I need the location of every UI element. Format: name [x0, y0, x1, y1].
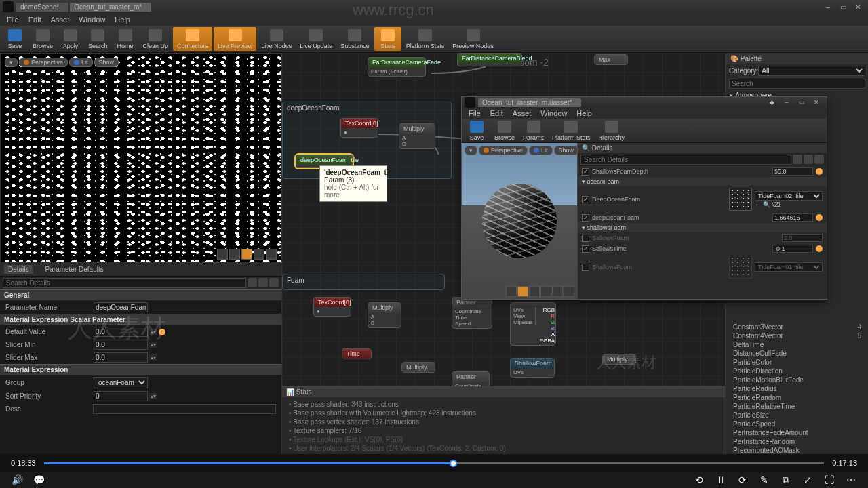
close-icon[interactable]: ✕: [850, 3, 865, 11]
fullscreen-icon[interactable]: ⛶: [823, 474, 835, 486]
apply-button[interactable]: Apply: [57, 26, 84, 52]
stats-title[interactable]: 📊 Stats: [282, 387, 725, 397]
platformstats-button[interactable]: Platform Stats: [402, 26, 449, 52]
params-button[interactable]: Params: [519, 119, 548, 142]
texture-dropdown[interactable]: TideFoam01_tile: [755, 262, 823, 272]
node-multiply[interactable]: MultiplyAB: [399, 123, 435, 149]
shape-sphere-icon[interactable]: [229, 249, 240, 260]
checkbox[interactable]: [582, 245, 589, 253]
tab-ocean-instance[interactable]: Ocean_tut_master_m.uasset*: [478, 98, 581, 107]
palette-item[interactable]: ParticleDirection: [730, 367, 864, 375]
menu-file[interactable]: File: [465, 108, 485, 118]
paramname-input[interactable]: [94, 302, 148, 312]
menu-file[interactable]: File: [3, 15, 23, 24]
spinner-icon[interactable]: ▴▾: [149, 329, 157, 335]
spinner-icon[interactable]: ▴▾: [149, 393, 157, 399]
texture-dropdown[interactable]: TideFoam02_tile: [755, 191, 823, 201]
group-shallowsfoam[interactable]: ▾ shallowsFoam: [578, 223, 827, 232]
palette-item[interactable]: Constant4Vector5: [730, 331, 864, 340]
slidermin-input[interactable]: [94, 340, 148, 350]
volume-icon[interactable]: 🔊: [11, 474, 23, 486]
menu-edit[interactable]: Edit: [24, 15, 45, 24]
shape-sphere-icon[interactable]: [517, 286, 528, 297]
shape-other-icon[interactable]: [564, 286, 574, 297]
perspective-toggle[interactable]: Perspective: [19, 58, 68, 67]
liveupdate-button[interactable]: Live Update: [296, 26, 336, 52]
home-button[interactable]: Home: [112, 26, 139, 52]
substance-button[interactable]: Substance: [336, 26, 374, 52]
sortpriority-input[interactable]: [94, 391, 148, 401]
node-multiply3[interactable]: Multiply: [401, 362, 435, 373]
menu-help[interactable]: Help: [111, 15, 134, 24]
palette-item[interactable]: ParticleSize: [730, 411, 864, 420]
hierarchy-button[interactable]: Hierarchy: [595, 119, 629, 142]
shape-cube-icon[interactable]: [254, 249, 264, 260]
maximize-icon[interactable]: ▭: [794, 99, 809, 106]
group-matexpr[interactable]: Material Expression: [0, 364, 281, 375]
node-panner[interactable]: PannerCoordinateTimeSpeed: [452, 297, 492, 329]
group-scalar[interactable]: Material Expression Scalar Parameter: [0, 314, 281, 325]
menu-help[interactable]: Help: [572, 108, 596, 118]
param-value-input[interactable]: [772, 245, 813, 253]
palette-item[interactable]: PerInstanceFadeAmount: [730, 428, 864, 437]
spinner-icon[interactable]: ▴▾: [149, 354, 157, 361]
list-icon[interactable]: [804, 155, 813, 164]
pause-icon[interactable]: ⏸: [715, 474, 727, 486]
save-button[interactable]: Save: [1, 26, 28, 52]
maximize-icon[interactable]: ▭: [835, 3, 850, 11]
video-progress-bar[interactable]: 0:18:33 0:17:13: [0, 454, 868, 472]
node-multiply4[interactable]: Multiply: [602, 354, 636, 365]
more-icon[interactable]: ⋯: [845, 474, 857, 486]
palette-title[interactable]: 🎨 Palette: [726, 53, 868, 64]
checkbox[interactable]: [582, 214, 589, 222]
save-button[interactable]: Save: [463, 119, 490, 142]
tab-oceantut[interactable]: Ocean_tut_master_m*: [70, 3, 151, 12]
search-icon[interactable]: [248, 278, 257, 287]
menu-window[interactable]: Window: [75, 15, 109, 24]
menu-window[interactable]: Window: [536, 108, 571, 118]
browse-button[interactable]: Browse: [28, 26, 57, 52]
pip-icon[interactable]: ⧉: [780, 474, 792, 486]
shape-plane-icon[interactable]: [540, 286, 551, 297]
revert-icon[interactable]: [816, 214, 823, 221]
shape-toggle-icon[interactable]: [506, 286, 517, 297]
details-tab[interactable]: Details: [4, 265, 33, 274]
minimize-icon[interactable]: –: [779, 99, 794, 106]
shape-plane-icon[interactable]: [241, 249, 252, 260]
viewport-dropdown[interactable]: ▾: [5, 58, 18, 67]
lit-toggle[interactable]: Lit: [529, 146, 553, 155]
node-max[interactable]: Max: [594, 54, 628, 65]
platformstats-button[interactable]: Platform Stats: [548, 119, 595, 142]
search-button[interactable]: Search: [84, 26, 112, 52]
rewind-icon[interactable]: ⟲: [693, 474, 705, 486]
instance-preview-viewport[interactable]: ▾ Perspective Lit Show: [462, 143, 577, 299]
shape-cylinder-icon[interactable]: [217, 249, 228, 260]
video-seek-track[interactable]: [44, 462, 825, 464]
eye-icon[interactable]: [269, 278, 279, 287]
pin-icon[interactable]: ◆: [764, 99, 779, 106]
node-fardistfade[interactable]: FarDistanceCameraFadeParam (Scalar): [368, 57, 426, 77]
node-texsample[interactable]: UVsView MipBiasRGBRGBARGBA: [510, 302, 556, 346]
checkbox[interactable]: [582, 235, 589, 242]
group-general[interactable]: General: [0, 289, 281, 301]
search-details-input[interactable]: [3, 278, 246, 288]
param-value-input[interactable]: [772, 214, 813, 222]
checkbox[interactable]: [582, 196, 589, 203]
spinner-icon[interactable]: ▴▾: [149, 342, 157, 348]
perspective-toggle[interactable]: Perspective: [479, 146, 528, 155]
viewport-dropdown[interactable]: ▾: [465, 146, 477, 155]
livenodes-button[interactable]: Live Nodes: [257, 26, 296, 52]
tab-demoscene[interactable]: demoScene*: [16, 3, 68, 12]
palette-item[interactable]: ParticleRelativeTime: [730, 402, 864, 411]
show-toggle[interactable]: Show: [554, 146, 579, 155]
param-value-input[interactable]: [782, 234, 823, 242]
menu-asset[interactable]: Asset: [47, 15, 74, 24]
node-texcoord[interactable]: TexCoord[0]●: [340, 118, 378, 138]
comment-foam[interactable]: Foam: [282, 274, 445, 290]
show-toggle[interactable]: Show: [94, 58, 119, 67]
livepreview-button[interactable]: Live Preview: [214, 27, 256, 51]
category-dropdown[interactable]: All: [758, 66, 865, 76]
menu-edit[interactable]: Edit: [486, 108, 507, 118]
search-icon[interactable]: [793, 155, 802, 164]
node-fardistblend[interactable]: FarDistanceCameraBlend: [457, 53, 522, 66]
